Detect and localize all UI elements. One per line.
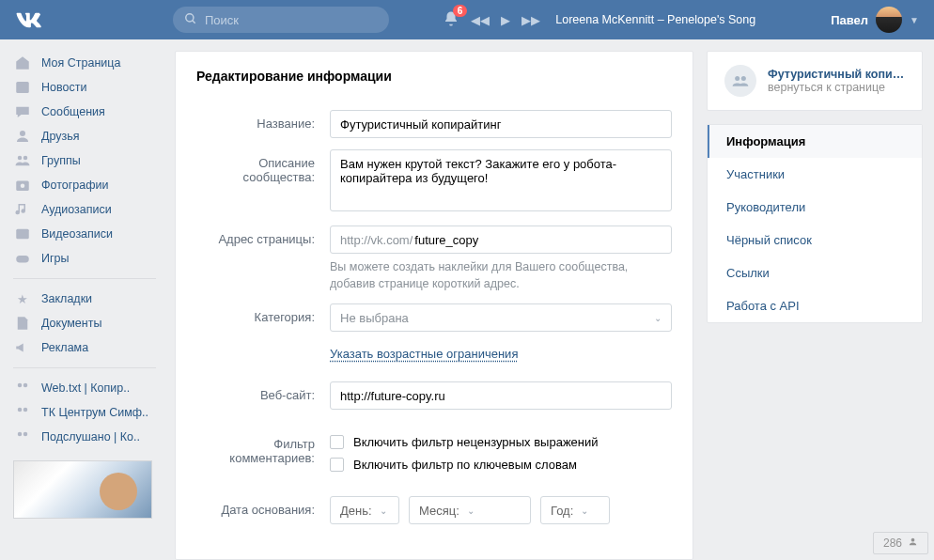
svg-point-14 bbox=[18, 432, 23, 437]
name-input[interactable] bbox=[330, 110, 672, 138]
svg-rect-9 bbox=[16, 256, 29, 263]
tab-info[interactable]: Информация bbox=[708, 125, 922, 158]
bell-icon bbox=[443, 16, 459, 30]
groups-icon bbox=[13, 404, 32, 421]
doc-icon bbox=[13, 315, 32, 332]
chevron-down-icon: ⌄ bbox=[467, 506, 475, 516]
notifications-button[interactable]: 6 bbox=[443, 10, 459, 30]
search-icon bbox=[184, 12, 197, 28]
nav-video[interactable]: Видеозаписи bbox=[8, 222, 162, 246]
person-icon bbox=[908, 537, 918, 550]
addr-hint: Вы можете создать наклейки для Вашего со… bbox=[330, 254, 672, 292]
year-select[interactable]: Год:⌄ bbox=[540, 496, 610, 524]
tab-blacklist[interactable]: Чёрный список bbox=[708, 224, 922, 257]
website-input[interactable] bbox=[330, 381, 672, 410]
addr-label: Адрес страницы: bbox=[196, 226, 330, 246]
keyword-checkbox[interactable] bbox=[330, 458, 344, 472]
comments-label: Фильтр комментариев: bbox=[196, 430, 330, 465]
nav-divider bbox=[13, 278, 156, 279]
nav-my-page[interactable]: Моя Страница bbox=[8, 51, 162, 75]
desc-textarea[interactable]: Вам нужен крутой текст? Закажите его у р… bbox=[330, 149, 672, 211]
nav-audio[interactable]: Аудиозаписи bbox=[8, 197, 162, 222]
age-restrictions-link[interactable]: Указать возрастные ограничения bbox=[330, 343, 518, 361]
music-icon bbox=[13, 201, 32, 218]
home-icon bbox=[13, 54, 32, 71]
next-track-icon[interactable]: ▶▶ bbox=[521, 13, 540, 27]
chevron-down-icon: ⌄ bbox=[380, 506, 387, 516]
notif-badge: 6 bbox=[453, 5, 468, 17]
now-playing[interactable]: Loreena McKennitt – Penelope's Song bbox=[555, 13, 755, 26]
nav-messages[interactable]: Сообщения bbox=[8, 100, 162, 124]
ad-preview-image[interactable] bbox=[13, 460, 152, 519]
keyword-filter-row: Включить фильтр по ключевым словам bbox=[330, 453, 672, 475]
nav-friends[interactable]: Друзья bbox=[8, 124, 162, 148]
user-name: Павел bbox=[831, 13, 868, 27]
search-input[interactable] bbox=[205, 13, 378, 27]
nav-ads[interactable]: Реклама bbox=[8, 335, 162, 360]
chevron-down-icon: ⌄ bbox=[654, 313, 662, 323]
friends-icon bbox=[13, 128, 32, 145]
tab-links[interactable]: Ссылки bbox=[708, 257, 922, 289]
vk-logo[interactable] bbox=[15, 7, 41, 33]
nav-group-link[interactable]: ТК Центрум Симф.. bbox=[8, 400, 162, 425]
nav-bookmarks[interactable]: ★Закладки bbox=[8, 287, 162, 311]
groups-icon bbox=[13, 380, 32, 397]
svg-point-11 bbox=[23, 383, 28, 388]
groups-icon bbox=[13, 152, 32, 169]
site-label: Веб-сайт: bbox=[196, 381, 330, 402]
nav-group-link[interactable]: Web.txt | Копир.. bbox=[8, 376, 162, 400]
left-sidebar: Моя Страница Новости Сообщения Друзья Гр… bbox=[8, 51, 162, 560]
page-title: Редактирование информации bbox=[176, 52, 693, 104]
right-sidebar: Футуристичный копирай... вернуться к стр… bbox=[707, 51, 923, 560]
tab-api[interactable]: Работа с API bbox=[708, 289, 922, 322]
message-icon bbox=[13, 103, 32, 120]
nav-games[interactable]: Игры bbox=[8, 246, 162, 271]
news-icon bbox=[13, 79, 32, 96]
tab-managers[interactable]: Руководители bbox=[708, 191, 922, 224]
profanity-filter-row: Включить фильтр нецензурных выражений bbox=[330, 430, 672, 453]
svg-point-15 bbox=[23, 432, 28, 437]
svg-point-5 bbox=[23, 156, 28, 161]
nav-group-link[interactable]: Подслушано | Ко.. bbox=[8, 425, 162, 449]
url-prefix: http://vk.com/ bbox=[331, 233, 413, 247]
profanity-checkbox[interactable] bbox=[330, 435, 344, 449]
url-input[interactable] bbox=[413, 233, 671, 247]
video-icon bbox=[13, 226, 32, 242]
nav-news[interactable]: Новости bbox=[8, 75, 162, 100]
svg-point-0 bbox=[186, 13, 194, 21]
play-icon[interactable]: ▶ bbox=[501, 13, 510, 27]
svg-line-1 bbox=[193, 20, 195, 23]
svg-point-4 bbox=[18, 156, 23, 161]
megaphone-icon bbox=[13, 339, 32, 356]
chevron-down-icon: ▼ bbox=[910, 15, 919, 25]
back-link[interactable]: вернуться к странице bbox=[768, 81, 905, 94]
nav-groups[interactable]: Группы bbox=[8, 148, 162, 173]
gamepad-icon bbox=[13, 250, 32, 267]
nav-divider bbox=[13, 367, 156, 368]
group-avatar-icon bbox=[724, 65, 756, 97]
svg-point-16 bbox=[735, 76, 739, 81]
month-select[interactable]: Месяц:⌄ bbox=[409, 496, 531, 524]
svg-point-13 bbox=[23, 408, 28, 412]
category-select[interactable]: Не выбрана ⌄ bbox=[330, 303, 672, 332]
group-name: Футуристичный копирай... bbox=[768, 68, 905, 81]
groups-icon bbox=[13, 428, 32, 445]
name-label: Название: bbox=[196, 110, 330, 131]
svg-point-12 bbox=[18, 408, 23, 412]
prev-track-icon[interactable]: ◀◀ bbox=[471, 13, 490, 27]
svg-rect-8 bbox=[16, 229, 29, 240]
cat-label: Категория: bbox=[196, 303, 330, 324]
day-select[interactable]: День:⌄ bbox=[330, 496, 399, 524]
svg-point-10 bbox=[18, 383, 23, 388]
top-header: 6 ◀◀ ▶ ▶▶ Loreena McKennitt – Penelope's… bbox=[0, 0, 934, 39]
nav-documents[interactable]: Документы bbox=[8, 311, 162, 335]
group-header-box[interactable]: Футуристичный копирай... вернуться к стр… bbox=[707, 51, 923, 111]
user-menu[interactable]: Павел ▼ bbox=[831, 7, 919, 33]
visitor-counter[interactable]: 286 bbox=[873, 532, 928, 554]
svg-point-7 bbox=[21, 184, 25, 189]
search-box[interactable] bbox=[173, 7, 389, 33]
svg-point-17 bbox=[741, 76, 746, 81]
nav-photos[interactable]: Фотографии bbox=[8, 173, 162, 197]
tab-members[interactable]: Участники bbox=[708, 158, 922, 191]
svg-point-18 bbox=[911, 538, 915, 542]
